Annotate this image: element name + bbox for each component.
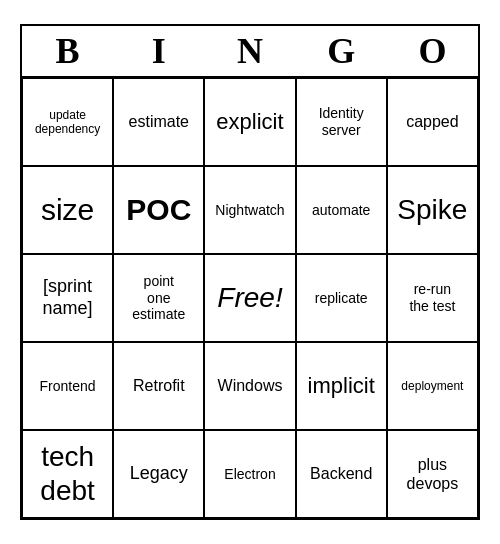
cell-r1c3: explicit [204,78,295,166]
cell-text-r2c1: size [41,192,94,228]
cell-r1c5: capped [387,78,478,166]
bingo-header: BINGO [22,26,478,78]
cell-text-r5c4: Backend [310,464,372,483]
cell-text-r4c4: implicit [308,373,375,399]
cell-text-r1c3: explicit [216,109,283,135]
cell-r1c2: estimate [113,78,204,166]
cell-r5c3: Electron [204,430,295,518]
cell-text-r3c3: Free! [217,281,282,315]
cell-text-r5c3: Electron [224,466,275,483]
cell-text-r1c2: estimate [129,112,189,131]
cell-r3c1: [sprint name] [22,254,113,342]
cell-text-r5c2: Legacy [130,463,188,485]
cell-r4c5: deployment [387,342,478,430]
cell-text-r2c3: Nightwatch [215,202,284,219]
cell-text-r2c2: POC [126,192,191,228]
cell-text-r4c2: Retrofit [133,376,185,395]
cell-r4c2: Retrofit [113,342,204,430]
cell-text-r5c5: plus devops [407,455,459,493]
header-letter: N [204,26,295,76]
cell-r2c4: automate [296,166,387,254]
cell-r2c2: POC [113,166,204,254]
cell-r5c1: tech debt [22,430,113,518]
cell-r5c5: plus devops [387,430,478,518]
bingo-grid: update dependencyestimateexplicitIdentit… [22,78,478,518]
cell-text-r3c5: re-run the test [409,281,455,315]
cell-text-r3c2: point one estimate [132,273,185,323]
cell-r1c4: Identity server [296,78,387,166]
cell-r3c2: point one estimate [113,254,204,342]
cell-r2c1: size [22,166,113,254]
cell-text-r3c1: [sprint name] [43,276,93,319]
header-letter: O [387,26,478,76]
cell-r4c1: Frontend [22,342,113,430]
cell-text-r5c1: tech debt [40,440,95,507]
header-letter: G [296,26,387,76]
cell-r4c3: Windows [204,342,295,430]
cell-r3c4: replicate [296,254,387,342]
bingo-card: BINGO update dependencyestimateexplicitI… [20,24,480,520]
header-letter: B [22,26,113,76]
cell-r4c4: implicit [296,342,387,430]
cell-r3c5: re-run the test [387,254,478,342]
cell-text-r2c5: Spike [397,193,467,227]
cell-text-r1c5: capped [406,112,459,131]
cell-r2c5: Spike [387,166,478,254]
cell-text-r4c3: Windows [218,376,283,395]
cell-r5c2: Legacy [113,430,204,518]
cell-r2c3: Nightwatch [204,166,295,254]
cell-r3c3: Free! [204,254,295,342]
cell-text-r2c4: automate [312,202,370,219]
cell-text-r1c4: Identity server [319,105,364,139]
cell-text-r1c1: update dependency [35,108,100,137]
cell-text-r3c4: replicate [315,290,368,307]
cell-r5c4: Backend [296,430,387,518]
cell-text-r4c1: Frontend [40,378,96,395]
cell-r1c1: update dependency [22,78,113,166]
cell-text-r4c5: deployment [401,379,463,393]
header-letter: I [113,26,204,76]
